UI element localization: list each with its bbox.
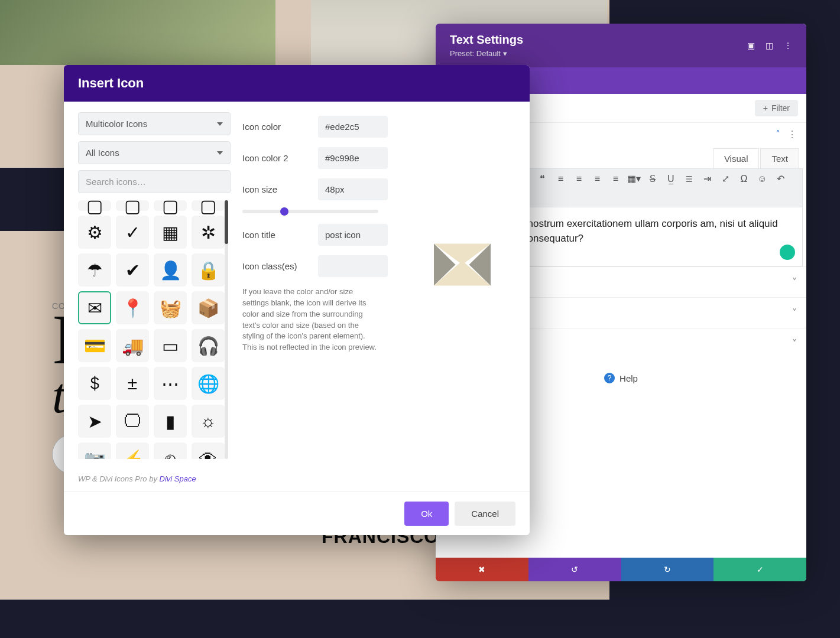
fullscreen-icon[interactable]: ⤢ (721, 174, 731, 184)
icon-picker-column: Multicolor Icons All Icons Search icons…… (78, 112, 231, 459)
ok-button[interactable]: Ok (404, 502, 449, 526)
panel-footer: ✖ ↺ ↻ ✓ (436, 558, 806, 581)
cancel-button[interactable]: Cancel (455, 502, 515, 526)
undo-button[interactable]: ↺ (528, 558, 621, 581)
search-input[interactable]: Search icons… (78, 170, 231, 193)
table-icon[interactable]: ▦▾ (629, 174, 639, 184)
icon-title-label: Icon title (242, 230, 307, 240)
icon-title-input[interactable] (318, 224, 388, 246)
align-center-icon[interactable]: ≡ (574, 174, 584, 184)
icon-class-input[interactable] (318, 255, 388, 277)
chevron-down-icon: ˅ (792, 307, 797, 318)
redo-button[interactable]: ↻ (621, 558, 714, 581)
icon--[interactable]: ▢ (78, 200, 111, 211)
icon-mail[interactable]: ✉ (78, 291, 111, 324)
icon-user[interactable]: 👤 (154, 253, 187, 287)
plus-icon: + (763, 103, 768, 113)
align-left-icon[interactable]: ≡ (556, 174, 566, 184)
chevron-down-icon (217, 122, 223, 126)
icon-shield-ok[interactable]: ✓ (116, 216, 149, 249)
icon-basket[interactable]: 🧺 (154, 291, 187, 324)
icon-remote[interactable]: ▮ (154, 405, 187, 438)
modal-title: Insert Icon (64, 65, 530, 102)
icon-headphones[interactable]: 🎧 (192, 329, 225, 362)
close-icon: ✖ (478, 565, 485, 574)
icon-lock[interactable]: 🔒 (192, 253, 225, 287)
icon-sliders[interactable]: ⚙ (78, 216, 111, 249)
justify-icon[interactable]: ≣ (684, 174, 694, 184)
subcategory-select[interactable]: All Icons (78, 141, 231, 164)
delete-button[interactable]: ✖ (436, 558, 528, 581)
bg-image-1 (0, 0, 275, 65)
chevron-down-icon: ˅ (792, 338, 797, 349)
icon-calendar[interactable]: ▦ (154, 216, 187, 249)
icon--[interactable]: ▢ (192, 200, 225, 211)
align-justify-icon[interactable]: ≡ (611, 174, 621, 184)
icon--[interactable]: ▢ (154, 200, 187, 211)
icon-checkmark[interactable]: ✔ (116, 253, 149, 287)
icon-size-slider[interactable] (242, 210, 378, 213)
icon-color2-label: Icon color 2 (242, 153, 307, 163)
icon-eye[interactable]: 👁 (192, 442, 225, 459)
icon-camera[interactable]: 📷 (78, 442, 111, 459)
indent-icon[interactable]: ⇥ (702, 174, 712, 184)
icon-size-input[interactable] (318, 178, 388, 200)
icon-tablet[interactable]: ▭ (154, 329, 187, 362)
icon-brightness[interactable]: ☼ (192, 405, 225, 438)
insert-icon-modal: Insert Icon Multicolor Icons All Icons S… (64, 65, 530, 535)
icon-map-pin[interactable]: 📍 (116, 291, 149, 324)
preset-dropdown[interactable]: Preset: Default ▾ (450, 49, 523, 58)
icon-cursor[interactable]: ➤ (78, 405, 111, 438)
tab-visual[interactable]: Visual (713, 148, 760, 168)
icon-color-input[interactable] (318, 116, 388, 138)
chevron-down-icon: ˅ (792, 276, 797, 288)
icon-umbrella[interactable]: ☂ (78, 253, 111, 287)
icon-card[interactable]: 💳 (78, 329, 111, 362)
help-label: Help (620, 373, 638, 383)
underline-icon[interactable]: U̲ (666, 174, 676, 184)
icon-truck[interactable]: 🚚 (116, 329, 149, 362)
grammarly-badge[interactable] (780, 245, 795, 260)
slider-knob[interactable] (280, 207, 288, 216)
icon-settings[interactable]: ✲ (192, 216, 225, 249)
tab-text[interactable]: Text (760, 148, 799, 168)
icon-package[interactable]: 📦 (192, 291, 225, 324)
confirm-button[interactable]: ✓ (713, 558, 806, 581)
icon-dollar[interactable]: ＄ (78, 367, 111, 400)
attribution-prefix: WP & Divi Icons Pro by (78, 474, 160, 483)
undo-icon[interactable]: ↶ (776, 174, 786, 184)
help-icon: ? (604, 373, 615, 383)
scrollbar-thumb[interactable] (225, 200, 228, 244)
strike-icon[interactable]: S̶ (647, 174, 657, 184)
align-right-icon[interactable]: ≡ (592, 174, 602, 184)
icon--[interactable]: ▢ (116, 200, 149, 211)
icon-color-label: Icon color (242, 122, 307, 132)
icon-color2-input[interactable] (318, 147, 388, 169)
chevron-down-icon (217, 151, 223, 155)
fields-column: Icon color Icon color 2 Icon size Icon t… (242, 112, 397, 459)
icon-chat[interactable]: ⋯ (154, 367, 187, 400)
icon-grid: ▢▢▢▢⚙✓▦✲☂✔👤🔒✉📍🧺📦💳🚚▭🎧＄±⋯🌐➤🖵▮☼📷⚡⎋👁 (78, 200, 231, 459)
icon-monitor[interactable]: 🖵 (116, 405, 149, 438)
icon-grid-wrapper: ▢▢▢▢⚙✓▦✲☂✔👤🔒✉📍🧺📦💳🚚▭🎧＄±⋯🌐➤🖵▮☼📷⚡⎋👁 (78, 200, 231, 459)
filter-button[interactable]: + Filter (755, 100, 798, 116)
quote-icon[interactable]: ❝ (537, 174, 547, 184)
icon-usb[interactable]: ⎋ (154, 442, 187, 459)
attribution-link[interactable]: Divi Space (160, 474, 196, 483)
icon-plus-minus[interactable]: ± (116, 367, 149, 400)
chevron-up-icon[interactable]: ˄ (776, 129, 780, 140)
icon-battery[interactable]: ⚡ (116, 442, 149, 459)
category-select[interactable]: Multicolor Icons (78, 112, 231, 135)
columns-icon[interactable]: ◫ (766, 41, 773, 50)
focus-icon[interactable]: ▣ (747, 41, 755, 50)
modal-footer: Ok Cancel (64, 491, 530, 535)
redo-icon: ↻ (664, 565, 671, 574)
emoji-icon[interactable]: ☺ (757, 174, 767, 184)
undo-icon: ↺ (571, 565, 578, 574)
omega-icon[interactable]: Ω (739, 174, 749, 184)
section-more-icon[interactable]: ⋮ (787, 129, 797, 140)
panel-header: Text Settings Preset: Default ▾ ▣ ◫ ⋮ (436, 24, 806, 67)
more-icon[interactable]: ⋮ (784, 41, 792, 50)
icon-globe[interactable]: 🌐 (192, 367, 225, 400)
icon-size-label: Icon size (242, 184, 307, 194)
